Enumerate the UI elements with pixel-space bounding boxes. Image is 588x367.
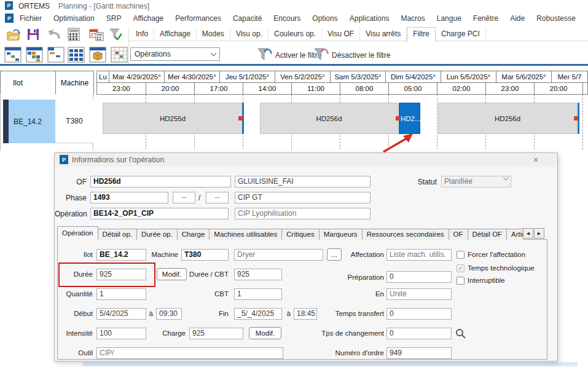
- duree-highlight-annotation: [58, 262, 155, 287]
- gantt-date-cell: Jeu 5/1/2025°: [219, 71, 275, 83]
- tab-content-panel: [57, 239, 547, 360]
- gantt-time-cell: 14:00: [243, 82, 292, 95]
- background-window-edge: [83, 362, 578, 366]
- menu-options[interactable]: Options: [311, 13, 339, 24]
- ribbon-tab-couleurs-op[interactable]: Couleurs op.: [269, 28, 322, 41]
- ribbon-tab-visu-of[interactable]: Visu OF: [322, 28, 360, 41]
- gantt-date-cell: Sam 5/3/2025°: [330, 71, 386, 83]
- close-icon[interactable]: ×: [529, 154, 543, 165]
- undo-icon[interactable]: [46, 28, 61, 41]
- tab-critiques[interactable]: Critiques: [281, 229, 319, 240]
- gantt-time-cell: [582, 82, 588, 95]
- activate-filter-icon[interactable]: [256, 46, 273, 63]
- gantt-date-cell: Lu: [96, 71, 109, 83]
- menu-affichage[interactable]: Affichage: [131, 13, 165, 24]
- tab-operation[interactable]: Opération: [57, 226, 98, 240]
- menu-optimisation[interactable]: Optimisation: [52, 13, 96, 24]
- annotation-arrow: [376, 132, 420, 154]
- menu-robustesse[interactable]: Robustesse: [535, 13, 576, 24]
- tab-scroll-right-icon[interactable]: ▶: [534, 228, 544, 239]
- toolbar-group-divider: [128, 28, 129, 64]
- operation-info-dialog: P Informations sur l'opération × OF HD25…: [54, 152, 558, 361]
- gantt-col-header-ilot: Ilot: [0, 71, 56, 95]
- menu-performances[interactable]: Performances: [174, 13, 222, 24]
- gantt-row-ilot-cell[interactable]: BE_14.2: [9, 100, 55, 143]
- phase-sub1-input[interactable]: --: [173, 192, 195, 203]
- menu-langue[interactable]: Langue: [436, 13, 463, 24]
- gantt-bar[interactable]: HD255d: [103, 103, 243, 134]
- gridline: [437, 95, 437, 149]
- statut-dropdown[interactable]: Planifiée: [441, 176, 511, 187]
- gantt-date-cell: Lun 5/5/2025°: [441, 71, 496, 83]
- gantt-view-icon[interactable]: [4, 47, 22, 63]
- ribbon-tab-affichage[interactable]: Affichage: [154, 28, 197, 41]
- ribbon-tab-filtre[interactable]: Filtre: [407, 27, 436, 42]
- tab-marqueurs[interactable]: Marqueurs: [319, 229, 363, 240]
- phase-sub2-input[interactable]: --: [206, 192, 229, 203]
- tab-article[interactable]: Article: [506, 229, 523, 240]
- menu-srp[interactable]: SRP: [105, 13, 123, 24]
- gantt-time-cell: 02:00: [437, 82, 486, 95]
- menu-fenetre[interactable]: Fenêtre: [472, 13, 500, 24]
- package-view-icon[interactable]: [89, 47, 106, 63]
- gantt-compact-view-icon[interactable]: [47, 47, 65, 63]
- menu-applications[interactable]: Applications: [348, 13, 391, 24]
- document-title: Planning - [Gantt machines]: [58, 2, 149, 10]
- phase-input[interactable]: 1493: [90, 192, 168, 203]
- ribbon-tab-modes[interactable]: Modes: [197, 28, 230, 41]
- menu-encours[interactable]: Encours: [272, 13, 302, 24]
- chevron-down-icon: [211, 50, 217, 57]
- operations-combobox[interactable]: Opérations: [130, 47, 220, 61]
- gantt-time-cell: 23:00: [485, 82, 535, 95]
- menu-aide[interactable]: Aide: [509, 13, 526, 24]
- filter-check-icon[interactable]: [109, 28, 122, 41]
- menu-logo-icon[interactable]: P: [5, 14, 14, 23]
- ribbon-tab-visu-op[interactable]: Visu op.: [230, 28, 269, 41]
- dialog-logo-icon: P: [60, 155, 68, 164]
- ribbon-tab-visu-arrets[interactable]: Visu arrêts: [360, 28, 407, 41]
- ribbon-tab-info[interactable]: Info: [130, 28, 154, 41]
- gantt-time-cell: 20:00: [146, 82, 195, 95]
- operation-desc-input[interactable]: CIP Lyophilisation: [235, 208, 370, 219]
- tab-ressources-secondaires[interactable]: Ressources secondaires: [362, 229, 449, 240]
- toolbar-divider: [0, 64, 588, 66]
- calculator-icon[interactable]: [68, 28, 80, 41]
- gantt-date-cell: Dim 5/4/2025°: [385, 71, 441, 83]
- menu-macros[interactable]: Macros: [399, 13, 426, 24]
- phase-desc-input[interactable]: CIP GT: [235, 192, 370, 203]
- tab-duree-op[interactable]: Durée op.: [136, 229, 178, 240]
- gantt-bar[interactable]: HD256d: [438, 103, 577, 134]
- gantt-col-header-machine: Machine: [55, 71, 94, 95]
- operation-input[interactable]: BE14-2_OP1_CIP: [90, 208, 229, 219]
- tab-detail-of[interactable]: Détail OF: [468, 229, 508, 240]
- ribbon-tab-charge-pci[interactable]: Charge PCI: [436, 28, 486, 41]
- deactivate-filter-label[interactable]: Désactiver le filtre: [332, 51, 390, 60]
- gantt-row-machine-cell[interactable]: T380: [55, 100, 93, 143]
- gantt-bar[interactable]: HD256d: [260, 103, 398, 134]
- gantt-bar-selected[interactable]: HD2...: [399, 103, 420, 134]
- gantt-time-cell: 20:00: [534, 82, 583, 95]
- deactivate-filter-icon[interactable]: [312, 46, 329, 63]
- statut-value: Planifiée: [444, 177, 472, 186]
- gantt-colored-view-icon[interactable]: [26, 47, 43, 63]
- gantt-time-cell: 05:00: [388, 82, 437, 95]
- menubar: Fichier Optimisation SRP Affichage Perfo…: [18, 13, 577, 24]
- menu-fichier[interactable]: Fichier: [18, 13, 43, 24]
- tab-detail-op[interactable]: Détail op.: [98, 229, 138, 240]
- of-input[interactable]: HD256d: [90, 176, 231, 187]
- of-desc-input[interactable]: GLUILISINE_FAI: [235, 176, 370, 187]
- tab-machines-utilisables[interactable]: Machines utilisables: [209, 229, 282, 240]
- tab-scroll-left-icon[interactable]: ◀: [523, 228, 533, 239]
- menu-capacite[interactable]: Capacité: [232, 13, 263, 24]
- gridline: [582, 95, 583, 149]
- gantt-date-cell: Mer 5/7: [551, 71, 588, 83]
- tab-of[interactable]: OF: [449, 229, 468, 240]
- bar-marker-dot: [396, 116, 400, 120]
- calendar-planning-icon[interactable]: [111, 47, 128, 63]
- calendar-calculator-icon[interactable]: [89, 28, 104, 41]
- grid-view-icon[interactable]: [68, 47, 85, 63]
- save-icon[interactable]: [26, 28, 40, 41]
- gantt-date-cell: Mar 5/6/2025°: [496, 71, 552, 83]
- tab-charge[interactable]: Charge: [177, 229, 210, 240]
- open-folder-icon[interactable]: [6, 28, 21, 41]
